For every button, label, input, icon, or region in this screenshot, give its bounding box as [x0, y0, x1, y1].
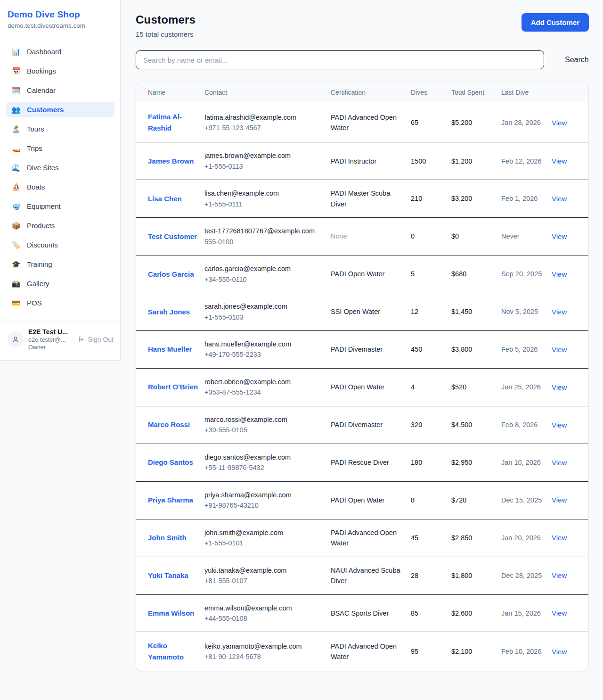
search-button[interactable]: Search	[560, 52, 594, 68]
customer-certification: NAUI Advanced Scuba Diver	[331, 557, 411, 594]
discounts-icon: 🏷️	[11, 241, 21, 248]
customer-total-spent: $680	[451, 255, 501, 293]
sidebar-item-pos[interactable]: 💳 POS	[6, 295, 114, 311]
table-row: Carlos Garcia carlos.garcia@example.com …	[136, 255, 589, 293]
column-header-total-spent: Total Spent	[451, 82, 501, 103]
shop-domain: demo.test.divestreams.com	[8, 22, 113, 29]
customer-name-link[interactable]: Marco Rossi	[148, 419, 190, 430]
customer-last-dive: Jan 20, 2026	[501, 519, 552, 557]
sidebar-item-trips[interactable]: 🚤 Trips	[6, 140, 114, 156]
customer-total-spent: $720	[451, 481, 501, 519]
customer-name-link[interactable]: Sarah Jones	[148, 306, 190, 318]
sidebar-item-gallery[interactable]: 📸 Gallery	[6, 276, 114, 291]
customer-name-link[interactable]: Yuki Tanaka	[148, 570, 188, 581]
sidebar-item-products[interactable]: 📦 Products	[6, 218, 114, 233]
customer-total-spent: $1,450	[451, 293, 501, 331]
avatar	[8, 331, 24, 347]
dashboard-icon: 📊	[11, 48, 21, 55]
view-link[interactable]: View	[552, 459, 567, 467]
view-link[interactable]: View	[552, 270, 567, 278]
sidebar-item-tours[interactable]: 🏝️ Tours	[6, 121, 114, 137]
customer-name-link[interactable]: James Brown	[148, 156, 194, 167]
view-link[interactable]: View	[552, 157, 567, 165]
customer-name-link[interactable]: Fatima Al-Rashid	[148, 111, 200, 134]
customer-name-link[interactable]: Robert O'Brien	[148, 381, 198, 393]
view-link[interactable]: View	[552, 119, 567, 127]
person-icon	[11, 335, 20, 344]
table-row: Marco Rossi marco.rossi@example.com +39-…	[136, 406, 589, 444]
sidebar: Demo Dive Shop demo.test.divestreams.com…	[0, 0, 121, 361]
customer-phone: +81-555-0107	[204, 576, 326, 586]
table-row: Priya Sharma priya.sharma@example.com +9…	[136, 481, 589, 519]
customer-name-link[interactable]: John Smith	[148, 532, 187, 544]
customer-phone: +1-555-0111	[204, 199, 326, 209]
customer-last-dive: Jan 15, 2026	[501, 594, 552, 632]
customer-last-dive: Jan 28, 2026	[501, 103, 552, 142]
sidebar-item-training[interactable]: 🎓 Training	[6, 256, 114, 272]
customer-dives: 95	[411, 632, 451, 671]
view-link[interactable]: View	[552, 195, 567, 203]
view-link[interactable]: View	[552, 346, 567, 354]
column-header-certification: Certification	[331, 82, 411, 103]
add-customer-button[interactable]: Add Customer	[522, 13, 589, 32]
sidebar-item-dive-sites[interactable]: 🌊 Dive Sites	[6, 160, 114, 175]
view-link[interactable]: View	[552, 232, 567, 240]
view-link[interactable]: View	[552, 609, 567, 617]
sidebar-item-label: Tours	[27, 125, 44, 133]
sidebar-item-label: Products	[27, 222, 55, 230]
customer-name-link[interactable]: Test Customer	[148, 231, 197, 242]
customer-dives: 12	[411, 293, 451, 331]
customer-phone: +39-555-0105	[204, 425, 326, 435]
view-link[interactable]: View	[552, 421, 567, 429]
table-row: Keiko Yamamoto keiko.yamamoto@example.co…	[136, 632, 589, 671]
view-link[interactable]: View	[552, 571, 567, 579]
sidebar-item-calendar[interactable]: 🗓️ Calendar	[6, 82, 114, 98]
customer-name-link[interactable]: Diego Santos	[148, 457, 193, 468]
view-link[interactable]: View	[552, 496, 567, 504]
user-name: E2E Test U...	[28, 328, 73, 336]
view-link[interactable]: View	[552, 383, 567, 391]
table-header-row: NameContactCertificationDivesTotal Spent…	[136, 82, 589, 103]
customer-certification: PADI Instructor	[331, 142, 411, 180]
customer-email: sarah.jones@example.com	[204, 301, 326, 312]
customer-name-link[interactable]: Hans Mueller	[148, 344, 192, 355]
sidebar-item-boats[interactable]: ⛵ Boats	[6, 179, 114, 195]
sign-out-label: Sign Out	[88, 336, 114, 343]
user-role: Owner	[28, 344, 73, 351]
search-input[interactable]	[136, 50, 544, 69]
customer-certification: PADI Divemaster	[331, 406, 411, 444]
customer-email: robert.obrien@example.com	[204, 377, 326, 387]
sidebar-item-label: Training	[27, 260, 52, 268]
sidebar-item-dashboard[interactable]: 📊 Dashboard	[6, 44, 114, 59]
sidebar-item-discounts[interactable]: 🏷️ Discounts	[6, 237, 114, 253]
customer-last-dive: Never	[501, 218, 552, 255]
view-link[interactable]: View	[552, 534, 567, 542]
customer-phone: +49-170-555-2233	[204, 349, 326, 360]
customer-name-link[interactable]: Keiko Yamamoto	[148, 640, 200, 663]
customers-icon: 👥	[11, 106, 21, 113]
customer-dives: 320	[411, 406, 451, 444]
customer-email: john.smith@example.com	[204, 527, 326, 538]
sidebar-item-equipment[interactable]: 🤿 Equipment	[6, 198, 114, 214]
customer-email: hans.mueller@example.com	[204, 339, 326, 349]
customer-name-link[interactable]: Lisa Chen	[148, 193, 182, 205]
sign-out-button[interactable]: Sign Out	[78, 336, 114, 343]
customer-certification: PADI Open Water	[331, 255, 411, 293]
sidebar-item-label: Dashboard	[27, 48, 61, 56]
customer-certification: PADI Master Scuba Diver	[331, 180, 411, 218]
gallery-icon: 📸	[11, 280, 21, 287]
customer-email: marco.rossi@example.com	[204, 414, 326, 425]
customer-name-link[interactable]: Emma Wilson	[148, 608, 194, 619]
customers-table: NameContactCertificationDivesTotal Spent…	[136, 82, 589, 671]
customer-phone: +55-11-99876-5432	[204, 462, 326, 473]
customer-name-link[interactable]: Priya Sharma	[148, 494, 193, 506]
view-link[interactable]: View	[552, 308, 567, 316]
view-link[interactable]: View	[552, 648, 567, 656]
sidebar-item-bookings[interactable]: 📅 Bookings	[6, 63, 114, 79]
training-icon: 🎓	[11, 261, 21, 268]
customer-email: james.brown@example.com	[204, 150, 326, 161]
sidebar-item-customers[interactable]: 👥 Customers	[6, 102, 114, 117]
customer-dives: 28	[411, 557, 451, 594]
customer-email: lisa.chen@example.com	[204, 188, 326, 198]
customer-name-link[interactable]: Carlos Garcia	[148, 269, 194, 280]
